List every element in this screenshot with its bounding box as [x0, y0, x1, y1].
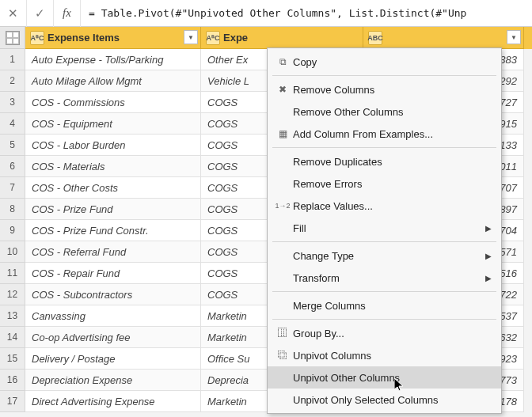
cancel-formula-button[interactable]: ✕	[0, 0, 27, 27]
cell-expense-item[interactable]: COS - Repair Fund	[25, 263, 201, 284]
menu-item-copy[interactable]: ⧉Copy	[268, 51, 501, 73]
replace-icon: 1→2	[272, 202, 293, 210]
menu-item-unpivot-only-selected-columns[interactable]: Unpivot Only Selected Columns	[268, 389, 501, 411]
cell-expense-item[interactable]: Co-op Advertising fee	[25, 327, 201, 348]
cell-expense-item[interactable]: Auto Milage Allow Mgmt	[25, 70, 201, 92]
menu-item-remove-duplicates[interactable]: Remove Duplicates	[268, 150, 501, 172]
text-type-icon: AᴮC	[206, 31, 220, 45]
text-type-icon: AᴮC	[30, 31, 44, 45]
menu-item-change-type[interactable]: Change Type▶	[268, 245, 501, 267]
row-number: 10	[0, 241, 25, 263]
cell-expense-item[interactable]: COS - Equipment	[25, 113, 201, 135]
remove-col-icon: ✖	[272, 84, 293, 95]
row-number: 12	[0, 284, 25, 305]
fx-label: fx	[54, 0, 81, 27]
menu-item-remove-columns[interactable]: ✖Remove Columns	[268, 78, 501, 100]
menu-item-remove-errors[interactable]: Remove Errors	[268, 172, 501, 195]
menu-item-unpivot-other-columns[interactable]: Unpivot Other Columns	[268, 366, 501, 389]
menu-item-replace-values[interactable]: 1→2Replace Values...	[268, 195, 501, 217]
row-number: 2	[0, 70, 25, 92]
cell-expense-item[interactable]: COS - Prize Fund Constr.	[25, 220, 201, 241]
formula-bar: ✕ ✓ fx = Table.Pivot(#"Unpivoted Other C…	[0, 0, 532, 27]
row-number: 9	[0, 220, 25, 241]
menu-item-add-column-from-examples[interactable]: ▦Add Column From Examples...	[268, 123, 501, 145]
cell-expense-item[interactable]: Auto Expense - Tolls/Parking	[25, 49, 201, 70]
row-number: 17	[0, 391, 25, 412]
column-header-expense-items[interactable]: AᴮC Expense Items ▼	[25, 27, 201, 49]
menu-separator	[272, 319, 496, 320]
submenu-arrow-icon: ▶	[485, 252, 492, 260]
menu-item-merge-columns[interactable]: Merge Columns	[268, 294, 501, 317]
cell-expense-item[interactable]: COS - Referral Fund	[25, 241, 201, 263]
formula-input[interactable]: = Table.Pivot(#"Unpivoted Other Columns"…	[81, 7, 532, 19]
column-header-label: Expe	[223, 32, 248, 44]
context-menu: ⧉Copy✖Remove ColumnsRemove Other Columns…	[267, 47, 502, 414]
cell-expense-item[interactable]: Depreciation Expense	[25, 370, 201, 391]
column-header-3[interactable]: ABC ▼	[363, 27, 524, 49]
menu-separator	[272, 241, 496, 242]
menu-item-label: Copy	[293, 56, 492, 68]
accept-formula-button[interactable]: ✓	[27, 0, 54, 27]
row-number: 1	[0, 49, 25, 70]
row-number: 6	[0, 156, 25, 177]
menu-item-label: Remove Other Columns	[293, 106, 492, 118]
menu-item-label: Remove Duplicates	[293, 156, 492, 168]
row-number: 7	[0, 177, 25, 199]
menu-item-label: Remove Errors	[293, 178, 492, 190]
filter-dropdown-icon[interactable]: ▼	[507, 30, 521, 44]
add-col-icon: ▦	[272, 128, 293, 139]
menu-item-label: Remove Columns	[293, 84, 492, 96]
menu-item-label: Group By...	[293, 328, 492, 339]
menu-item-label: Add Column From Examples...	[293, 128, 492, 140]
submenu-arrow-icon: ▶	[485, 274, 492, 282]
menu-item-label: Unpivot Only Selected Columns	[293, 394, 492, 406]
cell-expense-item[interactable]: Direct Advertising Expense	[25, 391, 201, 412]
filter-dropdown-icon[interactable]: ▼	[184, 30, 198, 44]
cell-expense-item[interactable]: COS - Commissions	[25, 92, 201, 113]
row-number: 16	[0, 370, 25, 391]
menu-item-label: Unpivot Other Columns	[293, 372, 492, 384]
menu-item-transform[interactable]: Transform▶	[268, 267, 501, 289]
row-number: 5	[0, 135, 25, 156]
cell-expense-item[interactable]: Delivery / Postage	[25, 348, 201, 370]
cell-expense-item[interactable]: COS - Materials	[25, 156, 201, 177]
cell-expense-item[interactable]: COS - Subcontractors	[25, 284, 201, 305]
table-corner-icon[interactable]	[0, 27, 25, 49]
menu-item-unpivot-columns[interactable]: ⿻Unpivot Columns	[268, 344, 501, 366]
column-header-expe[interactable]: AᴮC Expe	[201, 27, 363, 49]
group-icon: ⿲	[272, 328, 293, 339]
menu-item-label: Transform	[293, 272, 485, 284]
submenu-arrow-icon: ▶	[485, 224, 492, 233]
cell-expense-item[interactable]: Canvassing	[25, 305, 201, 327]
menu-item-group-by[interactable]: ⿲Group By...	[268, 322, 501, 344]
menu-item-label: Change Type	[293, 250, 485, 262]
menu-item-label: Unpivot Columns	[293, 350, 492, 362]
row-number: 13	[0, 305, 25, 327]
row-number: 4	[0, 113, 25, 135]
menu-item-label: Replace Values...	[293, 200, 492, 212]
menu-item-remove-other-columns[interactable]: Remove Other Columns	[268, 100, 501, 123]
row-number: 11	[0, 263, 25, 284]
menu-separator	[272, 291, 496, 292]
cell-expense-item[interactable]: COS - Prize Fund	[25, 199, 201, 220]
row-number: 3	[0, 92, 25, 113]
menu-item-label: Fill	[293, 222, 485, 234]
any-type-icon: ABC	[368, 31, 382, 45]
cell-expense-item[interactable]: COS - Other Costs	[25, 177, 201, 199]
menu-item-label: Merge Columns	[293, 300, 492, 312]
menu-separator	[272, 147, 496, 148]
copy-icon: ⧉	[272, 56, 293, 67]
unpivot-icon: ⿻	[272, 350, 293, 361]
row-number: 14	[0, 327, 25, 348]
row-number: 8	[0, 199, 25, 220]
cell-expense-item[interactable]: COS - Labor Burden	[25, 135, 201, 156]
row-number: 15	[0, 348, 25, 370]
column-header-label: Expense Items	[48, 32, 120, 44]
menu-separator	[272, 75, 496, 76]
menu-item-fill[interactable]: Fill▶	[268, 217, 501, 239]
header-row: AᴮC Expense Items ▼ AᴮC Expe ABC ▼	[0, 27, 532, 49]
